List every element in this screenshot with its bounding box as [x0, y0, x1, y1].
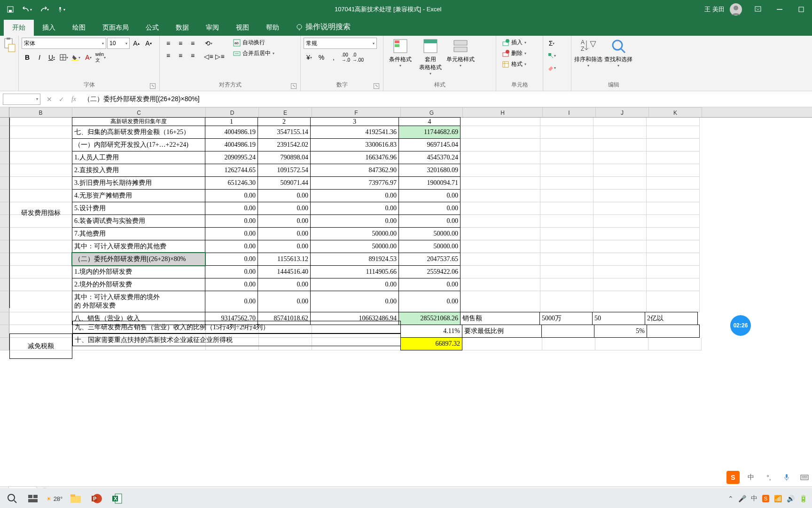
cell[interactable]: 0.00 — [205, 202, 258, 215]
col-header[interactable]: J — [596, 107, 649, 117]
spreadsheet-grid[interactable]: B C D E F G H I J K 研发费用指标 减免税额 高新研发费用归集… — [0, 107, 812, 489]
align-right-icon[interactable]: ≡ — [187, 50, 198, 61]
decrease-font-icon[interactable]: A▾ — [143, 38, 154, 49]
sogou-icon[interactable]: S — [726, 471, 740, 484]
cell[interactable]: 3547155.14 — [258, 126, 311, 139]
active-cell[interactable]: （二）委托外部研发费用[(26+28)×80% — [72, 253, 205, 266]
percent-format-icon[interactable]: % — [316, 52, 327, 63]
insert-cells-button[interactable]: 插入▾ — [499, 38, 529, 48]
merged-cell-rd-indicator[interactable]: 研发费用指标 — [9, 118, 72, 308]
cell[interactable]: 3201680.09 — [398, 164, 461, 177]
ime-punct-icon[interactable]: °, — [762, 471, 775, 484]
phonetic-button[interactable]: wén文▾ — [95, 52, 106, 63]
cell[interactable]: 5000万 — [539, 312, 593, 325]
align-top-icon[interactable]: ≡ — [163, 38, 174, 49]
clear-icon[interactable]: ▾ — [546, 62, 557, 73]
conditional-format-button[interactable]: 条件格式▾ — [386, 38, 414, 68]
cell[interactable]: 790898.04 — [258, 151, 311, 164]
cell[interactable]: 2047537.65 — [398, 253, 461, 266]
cell[interactable]: 4.11% — [400, 325, 462, 338]
excel-icon[interactable]: X — [109, 491, 125, 506]
cell[interactable]: 0.00 — [205, 189, 258, 202]
autosum-icon[interactable]: Σ▾ — [546, 38, 557, 49]
cell[interactable]: 1114905.66 — [310, 265, 399, 278]
cell[interactable]: 销售额 — [460, 312, 540, 325]
tab-home[interactable]: 开始 — [4, 20, 34, 36]
cell[interactable]: 4192541.36 — [310, 126, 399, 139]
find-select-button[interactable]: 查找和选择▾ — [604, 38, 632, 68]
cell[interactable]: 其中：可计入研发费用的境外 的 外部研发费 — [72, 291, 205, 312]
increase-decimal-icon[interactable]: .00→.0 — [340, 52, 351, 63]
formula-input[interactable]: （二）委托外部研发费用[(26+28)×80%] — [80, 94, 812, 105]
cell[interactable]: 1.人员人工费用 — [72, 151, 205, 164]
cell[interactable]: 285521068.26 — [398, 312, 461, 325]
col-header[interactable]: C — [72, 107, 206, 117]
col-header[interactable]: B — [9, 107, 72, 117]
search-icon[interactable] — [5, 491, 20, 506]
name-box[interactable]: ▾ — [3, 94, 40, 105]
cell[interactable]: 0.00 — [258, 202, 311, 215]
tab-page-layout[interactable]: 页面布局 — [94, 20, 137, 36]
powerpoint-icon[interactable]: P — [89, 491, 104, 506]
cell[interactable]: 2090995.24 — [205, 151, 258, 164]
cell[interactable]: 其中：可计入研发费用的其他费 — [72, 240, 205, 253]
cell[interactable]: 0.00 — [398, 291, 461, 312]
cell[interactable]: 50000.00 — [398, 227, 461, 240]
col-header[interactable]: K — [649, 107, 702, 117]
enter-formula-icon[interactable]: ✓ — [55, 94, 68, 105]
align-center-icon[interactable]: ≡ — [175, 50, 186, 61]
cell[interactable]: 0.00 — [205, 240, 258, 253]
cell[interactable]: 4004986.19 — [205, 126, 258, 139]
cell[interactable]: 0.00 — [258, 240, 311, 253]
font-color-button[interactable]: A▾ — [83, 52, 94, 63]
col-header[interactable]: I — [543, 107, 596, 117]
tell-me-search[interactable]: 操作说明搜索 — [288, 18, 359, 36]
wrap-text-button[interactable]: ab自动换行 — [230, 38, 277, 48]
cell[interactable]: 0.00 — [205, 278, 258, 291]
maximize-button[interactable] — [790, 0, 812, 19]
tray-mic-icon[interactable]: 🎤 — [738, 495, 746, 502]
cell[interactable]: 50000.00 — [398, 240, 461, 253]
cell[interactable]: 50 — [592, 312, 645, 325]
cell[interactable]: 0.00 — [398, 214, 461, 228]
cell[interactable]: 3.折旧费用与长期待摊费用 — [72, 176, 205, 190]
cell[interactable]: 4545370.24 — [398, 151, 461, 164]
cell[interactable]: 0.00 — [310, 291, 399, 312]
font-size-select[interactable]: 10▾ — [107, 38, 130, 49]
cell[interactable]: 3 — [310, 117, 399, 126]
cell[interactable]: 5.设计费用 — [72, 202, 205, 215]
cell[interactable]: 4 — [398, 117, 461, 126]
cell[interactable]: 651246.30 — [205, 176, 258, 190]
tab-review[interactable]: 审阅 — [197, 20, 227, 36]
select-all-corner[interactable] — [0, 107, 9, 117]
align-bottom-icon[interactable]: ≡ — [187, 38, 198, 49]
col-header[interactable]: D — [206, 107, 259, 117]
cell[interactable]: 7.其他费用 — [72, 227, 205, 240]
cell[interactable]: 509071.44 — [258, 176, 311, 190]
paste-button[interactable] — [3, 38, 16, 53]
bold-button[interactable]: B — [22, 52, 33, 63]
delete-cells-button[interactable]: 删除▾ — [499, 48, 529, 58]
save-icon[interactable] — [5, 4, 16, 15]
merged-cell-tax-reduction[interactable]: 减免税额 — [9, 333, 72, 359]
cell[interactable]: 6.装备调试费与实验费用 — [72, 214, 205, 228]
tray-chevron-icon[interactable]: ⌃ — [728, 495, 734, 502]
tab-formulas[interactable]: 公式 — [137, 20, 167, 36]
cell[interactable]: （一）内部研究开发投入(17+…+22+24) — [72, 138, 205, 151]
fill-icon[interactable]: ▾ — [546, 50, 557, 61]
ime-mic-icon[interactable] — [780, 471, 793, 484]
col-header[interactable]: F — [312, 107, 401, 117]
minimize-button[interactable] — [769, 0, 790, 19]
orientation-icon[interactable]: ⟲▾ — [203, 38, 214, 49]
cancel-formula-icon[interactable]: ✕ — [43, 94, 55, 105]
cell[interactable]: 高新研发费用归集年度 — [72, 117, 205, 126]
col-header[interactable]: H — [463, 107, 543, 117]
align-left-icon[interactable]: ≡ — [163, 50, 174, 61]
cell[interactable]: 0.00 — [258, 291, 311, 312]
cell[interactable]: 1262744.65 — [205, 164, 258, 177]
border-button[interactable]: ▾ — [58, 52, 70, 63]
cell[interactable]: 2.直接投入费用 — [72, 164, 205, 177]
cell[interactable]: 0.00 — [398, 202, 461, 215]
tray-ime-icon[interactable]: 中 — [751, 494, 757, 503]
tab-view[interactable]: 视图 — [227, 20, 258, 36]
